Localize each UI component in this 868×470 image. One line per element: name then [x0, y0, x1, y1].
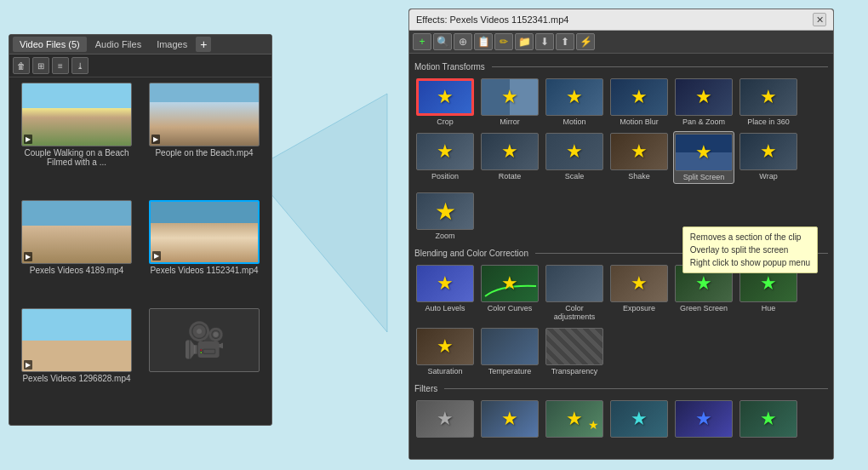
effect-thumb: ★ [675, 78, 733, 116]
effect-auto-levels[interactable]: ★ Auto Levels [414, 263, 476, 323]
add-tab-button[interactable]: + [196, 37, 211, 52]
star-icon: ★ [437, 272, 454, 295]
upload-button[interactable]: ⬆ [556, 33, 574, 50]
tab-bar: Video Files (5) Audio Files Images + [9, 35, 271, 54]
effect-label: Pan & Zoom [682, 118, 725, 126]
edit-button[interactable]: ✏ [494, 33, 513, 50]
effect-thumb: ★ [610, 133, 668, 170]
effect-thumb: ★ [416, 133, 474, 170]
grid-view-button[interactable]: ⊞ [32, 57, 49, 74]
effect-motion[interactable]: ★ Motion [544, 77, 605, 128]
effect-thumb: ★ [416, 400, 474, 438]
effect-exposure[interactable]: ★ Exposure [608, 263, 670, 323]
list-item[interactable]: ▶ Pexels Videos 4189.mp4 [14, 200, 139, 305]
effect-rotate[interactable]: ★ Rotate [479, 131, 540, 184]
star-icon: ★ [437, 408, 454, 430]
effect-label: Shake [628, 172, 650, 181]
star-icon: ★ [437, 140, 454, 163]
import-button[interactable]: ⤓ [71, 57, 89, 74]
effect-wrap[interactable]: ★ Wrap [738, 131, 799, 184]
share-button[interactable]: ⚡ [576, 33, 595, 50]
effect-saturation[interactable]: ★ Saturation [414, 326, 476, 377]
effect-thumb: ★ [675, 400, 733, 438]
star-icon: ★ [631, 408, 648, 430]
star-icon: ★ [695, 408, 712, 430]
effect-thumb: ★ [545, 133, 603, 170]
effect-thumb: ★ [675, 134, 733, 171]
star-icon: ★ [437, 335, 454, 358]
effects-panel: Effects: Pexels Videos 1152341.mp4 ✕ + 🔍… [408, 9, 834, 460]
download-button[interactable]: ⬇ [535, 33, 554, 50]
list-item[interactable]: ▶ Pexels Videos 1296828.mp4 [14, 308, 139, 413]
effect-filter-4[interactable]: ★ [608, 398, 670, 441]
effect-filter-5[interactable]: ★ [673, 398, 734, 441]
list-view-button[interactable]: ≡ [52, 57, 69, 74]
section-motion-transforms: Motion Transforms [414, 62, 828, 72]
star-icon: ★ [435, 198, 456, 226]
list-item[interactable]: ▶ People on the Beach.mp4 [142, 83, 266, 197]
effect-temperature[interactable]: Temperature [479, 326, 540, 377]
list-item[interactable]: ▶ Couple Walking on a Beach Filmed with … [14, 83, 139, 197]
star-icon: ★ [501, 272, 518, 295]
effect-filter-6[interactable]: ★ [738, 398, 799, 441]
effect-thumb: ★ [416, 265, 474, 302]
effect-label: Scale [565, 172, 585, 181]
file-grid: ▶ Couple Walking on a Beach Filmed with … [9, 77, 271, 418]
effect-transparency[interactable]: Transparency [544, 326, 605, 377]
effect-filter-2[interactable]: ★ [479, 398, 540, 441]
file-label: Couple Walking on a Beach Filmed with a … [21, 148, 132, 167]
effect-zoom[interactable]: ★ Zoom [414, 191, 476, 242]
effect-filter-1[interactable]: ★ [414, 398, 476, 441]
star-icon: ★ [501, 86, 518, 108]
effect-label: Hue [762, 304, 776, 312]
star-icon: ★ [695, 272, 712, 295]
close-button[interactable]: ✕ [813, 13, 826, 26]
star-icon: ★ [760, 86, 777, 108]
effect-label: Crop [437, 118, 454, 126]
file-label: Pexels Videos 1296828.mp4 [22, 374, 130, 383]
effect-mirror[interactable]: ★ Mirror [479, 77, 540, 128]
effect-pan-zoom[interactable]: ★ Pan & Zoom [673, 77, 734, 128]
effect-label: Auto Levels [425, 304, 465, 312]
effect-place-360[interactable]: ★ Place in 360 [738, 77, 799, 128]
effect-label: Green Screen [680, 304, 728, 312]
delete-button[interactable]: 🗑 [13, 57, 30, 74]
effect-split-screen[interactable]: ★ Split Screen [673, 131, 734, 184]
effect-thumb: ★ [545, 78, 603, 116]
effect-thumb: ★ [610, 78, 668, 116]
thumbnail: ▶ [21, 200, 132, 264]
effect-thumb [545, 265, 603, 302]
effect-thumb: ★ [740, 400, 797, 438]
zoom-button[interactable]: ⊕ [454, 33, 472, 50]
tab-video-files[interactable]: Video Files (5) [13, 37, 87, 52]
effect-label: Place in 360 [747, 118, 790, 126]
effect-motion-blur[interactable]: ★ Motion Blur [608, 77, 670, 128]
effects-titlebar: Effects: Pexels Videos 1152341.mp4 ✕ [409, 9, 833, 31]
star-icon: ★ [695, 86, 712, 108]
file-browser-panel: Video Files (5) Audio Files Images + 🗑 ⊞… [9, 34, 272, 426]
browser-toolbar: 🗑 ⊞ ≡ ⤓ [9, 54, 271, 77]
effect-label: Color adjustments [545, 304, 603, 321]
effect-color-curves[interactable]: ★ Color Curves [479, 263, 540, 323]
effect-filter-3[interactable]: ★ ★ [544, 398, 605, 441]
search-button[interactable]: 🔍 [433, 33, 452, 50]
tab-images[interactable]: Images [150, 37, 194, 52]
effect-position[interactable]: ★ Position [414, 131, 476, 184]
motion-transforms-grid: ★ Crop ★ Mirror ★ Motion ★ [414, 77, 828, 184]
tab-audio-files[interactable]: Audio Files [89, 37, 148, 52]
effect-crop[interactable]: ★ Crop [414, 77, 476, 128]
copy-button[interactable]: 📋 [474, 33, 493, 50]
star-icon: ★ [566, 408, 583, 430]
effect-label: Temperature [488, 367, 532, 375]
effect-color-adjustments[interactable]: Color adjustments [544, 263, 605, 323]
effect-scale[interactable]: ★ Scale [544, 131, 605, 184]
effect-thumb: ★ [481, 133, 539, 170]
folder-button[interactable]: 📁 [515, 33, 534, 50]
star-icon: ★ [501, 408, 518, 430]
add-effect-button[interactable]: + [413, 33, 431, 50]
list-item[interactable]: ▶ Pexels Videos 1152341.mp4 [142, 200, 266, 305]
effect-shake[interactable]: ★ Shake [608, 131, 670, 184]
effect-thumb: ★ [481, 400, 539, 438]
effect-thumb: ★ ★ [545, 400, 603, 438]
effect-thumb: ★ [610, 265, 668, 302]
